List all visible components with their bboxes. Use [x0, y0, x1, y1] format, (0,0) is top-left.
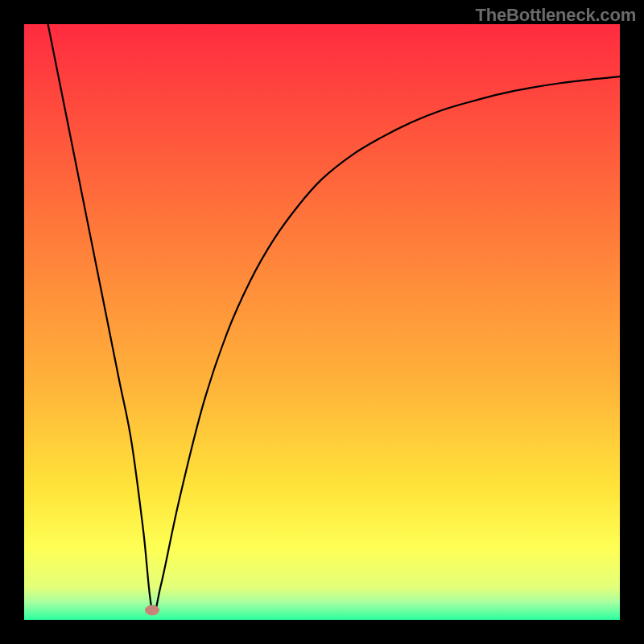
plot-area: [24, 24, 620, 620]
chart-frame: TheBottleneck.com: [0, 0, 644, 644]
curve-svg: [24, 24, 620, 620]
watermark-text: TheBottleneck.com: [475, 5, 636, 26]
bottleneck-curve: [48, 24, 620, 613]
optimum-marker: [145, 605, 159, 616]
